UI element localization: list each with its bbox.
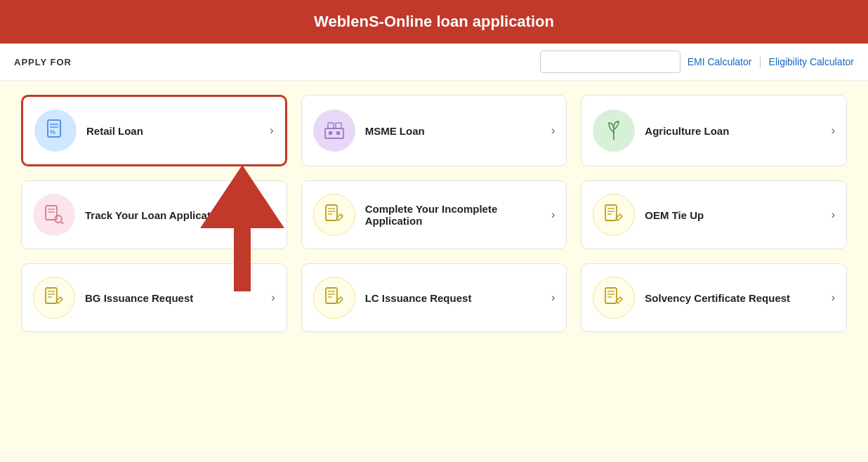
doc-edit-icon <box>322 203 346 227</box>
card-solvency-certificate[interactable]: Solvency Certificate Request › <box>581 263 847 332</box>
factory-icon <box>322 119 346 143</box>
document-percent-icon: % <box>44 119 67 143</box>
search-input[interactable] <box>540 51 680 73</box>
oem-doc-icon <box>602 203 626 227</box>
header-title: WeblenS-Online loan application <box>314 13 554 30</box>
track-loan-icon-circle <box>33 194 75 236</box>
card-oem-tie-up[interactable]: OEM Tie Up › <box>581 180 847 249</box>
link-divider: | <box>758 55 761 68</box>
complete-application-label: Complete Your Incomplete Application <box>365 203 546 227</box>
card-retail-loan[interactable]: % Retail Loan › <box>21 95 287 166</box>
top-bar: APPLY FOR EMI Calculator | Eligibility C… <box>0 44 868 81</box>
bg-issuance-label: BG Issuance Request <box>85 292 265 304</box>
lc-issuance-arrow: › <box>551 291 555 304</box>
cards-grid: % Retail Loan › MSME Loan <box>21 95 847 332</box>
svg-rect-4 <box>325 128 343 138</box>
solvency-certificate-icon-circle <box>593 277 635 319</box>
svg-rect-6 <box>336 123 341 128</box>
bg-doc-icon <box>42 286 66 310</box>
top-links: EMI Calculator | Eligibility Calculator <box>540 51 854 73</box>
svg-line-19 <box>341 214 343 216</box>
eligibility-calculator-link[interactable]: Eligibility Calculator <box>769 56 854 67</box>
svg-rect-15 <box>326 205 337 220</box>
lc-issuance-label: LC Issuance Request <box>365 292 546 304</box>
msme-loan-label: MSME Loan <box>365 125 546 137</box>
svg-point-13 <box>55 216 62 223</box>
svg-rect-32 <box>605 288 617 303</box>
card-agriculture-loan[interactable]: Agriculture Loan › <box>581 95 847 166</box>
plant-icon <box>602 119 626 143</box>
svg-rect-7 <box>329 131 332 135</box>
card-msme-loan[interactable]: MSME Loan › <box>301 95 567 166</box>
track-loan-arrow: › <box>271 209 275 221</box>
retail-loan-icon-circle: % <box>34 110 77 152</box>
svg-text:%: % <box>50 128 55 136</box>
main-content: % Retail Loan › MSME Loan <box>0 81 868 346</box>
track-loan-label: Track Your Loan Application <box>85 209 265 221</box>
agriculture-loan-arrow: › <box>831 124 835 137</box>
svg-rect-5 <box>328 123 334 128</box>
search-doc-icon <box>42 203 66 227</box>
retail-loan-label: Retail Loan <box>86 125 264 137</box>
oem-tie-up-label: OEM Tie Up <box>645 209 825 221</box>
bg-issuance-arrow: › <box>271 291 275 304</box>
lc-issuance-icon-circle <box>313 277 355 319</box>
svg-rect-28 <box>326 288 337 303</box>
msme-loan-arrow: › <box>551 124 555 137</box>
card-lc-issuance[interactable]: LC Issuance Request › <box>301 263 567 332</box>
solvency-doc-icon <box>602 286 626 310</box>
solvency-certificate-label: Solvency Certificate Request <box>645 292 825 304</box>
lc-doc-icon <box>322 286 346 310</box>
agriculture-loan-icon-circle <box>593 110 635 152</box>
svg-line-14 <box>61 222 63 224</box>
grid-wrapper: % Retail Loan › MSME Loan <box>21 95 847 332</box>
card-track-loan[interactable]: Track Your Loan Application › <box>21 180 287 249</box>
svg-rect-20 <box>605 205 617 220</box>
complete-application-icon-circle <box>313 194 355 236</box>
card-bg-issuance[interactable]: BG Issuance Request › <box>21 263 287 332</box>
svg-rect-8 <box>336 131 340 135</box>
oem-tie-up-arrow: › <box>831 209 835 221</box>
header: WeblenS-Online loan application <box>0 0 868 44</box>
msme-loan-icon-circle <box>313 110 355 152</box>
solvency-certificate-arrow: › <box>831 291 835 304</box>
svg-rect-24 <box>46 288 57 303</box>
oem-tie-up-icon-circle <box>593 194 635 236</box>
complete-application-arrow: › <box>551 209 555 221</box>
emi-calculator-link[interactable]: EMI Calculator <box>688 56 752 67</box>
retail-loan-arrow: › <box>270 124 273 137</box>
apply-for-label: APPLY FOR <box>14 57 72 67</box>
bg-issuance-icon-circle <box>33 277 75 319</box>
card-complete-application[interactable]: Complete Your Incomplete Application › <box>301 180 567 249</box>
agriculture-loan-label: Agriculture Loan <box>645 125 825 137</box>
